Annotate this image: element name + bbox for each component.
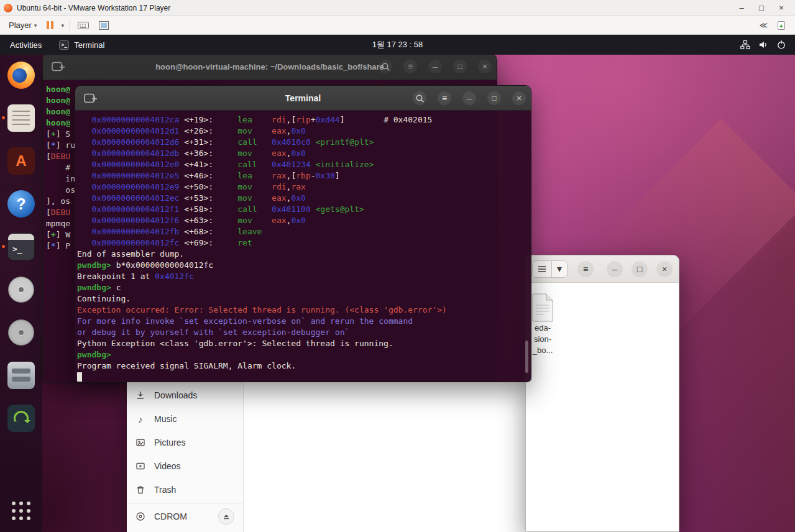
dock-software-updater-icon[interactable] — [6, 403, 36, 433]
sidebar-label: Pictures — [154, 438, 186, 447]
file-label-line: eda- — [526, 323, 568, 334]
maximize-button[interactable]: □ — [632, 261, 648, 277]
vmware-close-button[interactable]: × — [771, 1, 791, 15]
minimize-button[interactable]: – — [607, 261, 623, 277]
close-button[interactable]: × — [656, 261, 673, 277]
text-editor-icon — [7, 104, 35, 132]
search-icon — [415, 94, 425, 103]
secondary-window-titlebar[interactable]: ▾ ≡ – □ × — [526, 255, 679, 283]
minimize-button[interactable]: – — [428, 60, 442, 73]
dock-app-icon-2[interactable] — [6, 318, 36, 347]
app-grid-icon — [12, 502, 30, 520]
music-icon: ♪ — [136, 414, 145, 424]
trash-icon — [136, 485, 145, 495]
vmware-titlebar: Ubuntu 64-bit - VMware Workstation 17 Pl… — [0, 0, 795, 16]
background-terminal-titlebar[interactable]: hoon@hoon-virtual-machine: ~/Downloads/b… — [43, 55, 497, 80]
library-button[interactable] — [776, 21, 786, 30]
cdrom-icon — [136, 511, 145, 521]
disc-icon — [8, 319, 34, 346]
terminal-title: Terminal — [285, 93, 321, 103]
sidebar-label: Videos — [154, 461, 181, 471]
dock-app-grid-button[interactable] — [6, 496, 36, 526]
pictures-icon — [136, 438, 145, 447]
power-icon — [776, 40, 786, 50]
terminal-scrollbar[interactable] — [525, 341, 528, 373]
sidebar-item-videos[interactable]: Videos — [127, 454, 243, 478]
file-label-line: _bo... — [526, 345, 568, 356]
secondary-window-content: eda- sion- _bo... — [526, 283, 679, 531]
new-tab-button[interactable] — [83, 91, 99, 104]
secondary-files-window: ▾ ≡ – □ × eda- sion- _bo... — [525, 255, 679, 532]
dock-red-app-icon[interactable] — [6, 146, 36, 176]
sidebar-item-downloads[interactable]: Downloads — [127, 383, 243, 407]
firefox-icon — [7, 62, 35, 89]
dock-text-editor-icon[interactable] — [6, 103, 36, 133]
vmware-window-title: Ubuntu 64-bit - VMware Workstation 17 Pl… — [17, 4, 170, 12]
terminal-app-icon: >_ — [59, 40, 69, 50]
volume-icon — [758, 40, 768, 50]
clock[interactable]: 1월 17 23 : 58 — [365, 35, 431, 55]
sidebar-label: Trash — [154, 485, 176, 495]
focused-app-indicator[interactable]: >_ Terminal — [52, 35, 112, 55]
terminal-icon — [7, 233, 35, 260]
suspend-dropdown-caret[interactable]: ▾ — [61, 22, 64, 29]
terminal-text: 0x00000000004012ca <+19>: lea rdi,[rip+0… — [75, 111, 531, 382]
sidebar-item-trash[interactable]: Trash — [127, 478, 243, 502]
minimize-button[interactable]: – — [462, 91, 476, 105]
terminal-window: Terminal ≡ – □ × 0x00000000004012ca <+19… — [75, 85, 531, 382]
files-main-pane[interactable] — [244, 382, 530, 532]
player-menu-button[interactable]: Player ▾ — [6, 19, 39, 31]
search-icon — [381, 62, 390, 71]
files-sidebar: Downloads ♪ Music Pictures Videos — [127, 382, 244, 532]
keyboard-icon — [78, 21, 89, 30]
toolbar-separator — [70, 20, 70, 31]
sidebar-label: Downloads — [154, 390, 197, 400]
file-label-line: sion- — [526, 334, 568, 345]
vmware-minimize-button[interactable]: – — [732, 1, 751, 15]
eject-button[interactable] — [218, 508, 234, 525]
dock-firefox-icon[interactable] — [6, 60, 36, 90]
suspend-vm-button[interactable] — [45, 20, 55, 30]
videos-icon — [136, 461, 145, 471]
document-icon — [530, 293, 555, 323]
search-button[interactable] — [413, 91, 426, 105]
sidebar-item-music[interactable]: ♪ Music — [127, 407, 243, 431]
vmware-toolbar: Player ▾ ▾ ≪ — [0, 16, 795, 35]
dock-terminal-icon[interactable] — [6, 232, 36, 262]
sidebar-label: CDROM — [154, 511, 187, 521]
file-item[interactable]: eda- sion- _bo... — [526, 293, 568, 356]
window-controls: – □ × — [607, 261, 673, 277]
activities-button[interactable]: Activities — [0, 35, 52, 55]
sidebar-item-pictures[interactable]: Pictures — [127, 431, 243, 454]
menu-button[interactable]: ≡ — [438, 91, 451, 105]
terminal-titlebar[interactable]: Terminal ≡ – □ × — [75, 86, 531, 111]
pause-icon — [47, 21, 49, 29]
vmware-window-controls: – □ × — [732, 1, 791, 15]
dock-files-icon[interactable] — [6, 360, 36, 390]
dock-app-icon-1[interactable] — [6, 275, 36, 305]
window-controls: ≡ – □ × — [379, 60, 492, 73]
send-ctrl-alt-del-button[interactable] — [76, 19, 91, 32]
collapse-toolbar-button[interactable]: ≪ — [759, 21, 768, 30]
menu-button[interactable]: ≡ — [577, 261, 594, 277]
search-button[interactable] — [379, 60, 392, 73]
sidebar-item-cdrom[interactable]: CDROM — [127, 505, 243, 528]
maximize-button[interactable]: □ — [487, 91, 501, 105]
terminal-content: 0x00000000004012ca <+19>: lea rdi,[rip+0… — [75, 111, 531, 382]
menu-button[interactable]: ≡ — [403, 60, 417, 73]
maximize-button[interactable]: □ — [453, 60, 467, 73]
background-terminal-title: hoon@hoon-virtual-machine: ~/Downloads/b… — [155, 62, 384, 71]
fullscreen-button[interactable] — [96, 19, 111, 32]
new-tab-icon — [84, 93, 98, 104]
new-tab-icon — [52, 61, 65, 72]
vmware-maximize-button[interactable]: □ — [751, 1, 771, 15]
window-controls: ≡ – □ × — [413, 91, 526, 105]
new-tab-button[interactable] — [50, 60, 67, 73]
fullscreen-icon — [99, 21, 109, 30]
view-options-caret[interactable]: ▾ — [551, 261, 567, 277]
system-tray[interactable] — [732, 35, 795, 55]
close-button[interactable]: × — [478, 60, 492, 73]
close-button[interactable]: × — [512, 91, 526, 105]
list-view-button[interactable] — [533, 261, 551, 277]
dock-help-icon[interactable] — [6, 189, 36, 219]
